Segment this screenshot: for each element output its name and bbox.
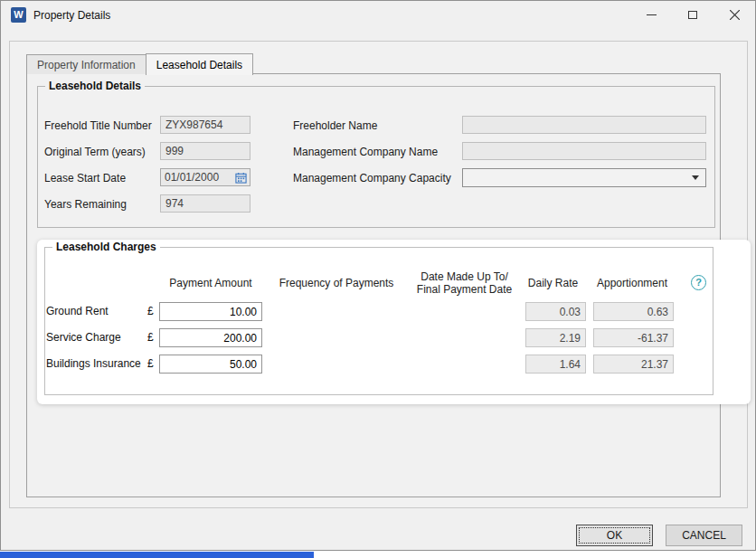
column-header-date-line2: Final Payment Date	[403, 283, 525, 296]
cancel-button[interactable]: CANCEL	[666, 525, 742, 546]
app-icon-letter: W	[14, 9, 23, 20]
ground-rent-daily-rate	[525, 302, 586, 321]
column-header-apportionment: Apportionment	[591, 277, 674, 289]
freeholder-name-label: Freeholder Name	[293, 119, 377, 132]
management-company-name-label: Management Company Name	[293, 146, 438, 158]
service-charge-amount-input[interactable]	[159, 328, 262, 347]
tab-strip: Property Information Leasehold Details	[26, 52, 252, 74]
original-term-input[interactable]	[160, 142, 250, 160]
column-header-daily-rate: Daily Rate	[523, 277, 583, 289]
service-charge-apportionment	[593, 328, 674, 347]
service-charge-daily-rate	[525, 328, 586, 347]
minimize-icon	[647, 14, 657, 15]
lease-start-calendar-icon[interactable]	[235, 172, 247, 184]
original-term-label: Original Term (years)	[44, 146, 146, 158]
buildings-insurance-apportionment	[593, 355, 674, 374]
row-label-service-charge: Service Charge	[46, 328, 121, 347]
leasehold-charges-group-title: Leasehold Charges	[52, 241, 160, 253]
lease-start-date-field[interactable]	[160, 168, 250, 186]
buildings-insurance-amount-input[interactable]	[159, 355, 262, 374]
chevron-down-icon	[692, 175, 699, 180]
title-bar[interactable]: W Property Details	[1, 1, 755, 30]
column-header-date: Date Made Up To/ Final Payment Date	[403, 270, 525, 296]
management-company-capacity-select[interactable]	[462, 168, 706, 187]
lease-start-date-label: Lease Start Date	[44, 172, 126, 184]
row-label-ground-rent: Ground Rent	[46, 302, 109, 321]
freehold-title-number-input[interactable]	[160, 116, 250, 134]
management-company-name-input[interactable]	[462, 142, 706, 160]
years-remaining-input[interactable]	[160, 194, 250, 213]
property-details-window: W Property Details Property Information …	[0, 0, 756, 551]
leasehold-details-group-title: Leasehold Details	[45, 80, 145, 92]
ok-button[interactable]: OK	[576, 525, 653, 546]
lease-start-date-input[interactable]	[161, 169, 235, 185]
currency-symbol: £	[147, 302, 154, 321]
currency-symbol: £	[147, 328, 154, 347]
tab-leasehold-details[interactable]: Leasehold Details	[146, 53, 253, 75]
ground-rent-apportionment	[593, 302, 674, 321]
minimize-button[interactable]	[630, 1, 672, 29]
column-header-date-line1: Date Made Up To/	[403, 270, 525, 283]
row-label-buildings-insurance: Buildings Insurance	[46, 355, 141, 374]
column-header-payment-amount: Payment Amount	[159, 277, 262, 289]
maximize-icon	[688, 11, 697, 19]
years-remaining-label: Years Remaining	[44, 198, 127, 211]
currency-symbol: £	[147, 355, 154, 374]
app-icon: W	[11, 7, 26, 23]
freehold-title-number-label: Freehold Title Number	[44, 119, 152, 132]
freeholder-name-input[interactable]	[462, 116, 706, 134]
help-icon[interactable]: ?	[691, 275, 706, 290]
ground-rent-amount-input[interactable]	[159, 302, 262, 321]
bottom-blue-strip	[0, 552, 314, 558]
buildings-insurance-daily-rate	[525, 355, 586, 374]
maximize-button[interactable]	[672, 1, 713, 29]
column-header-frequency: Frequency of Payments	[272, 277, 401, 289]
tab-property-information[interactable]: Property Information	[26, 54, 146, 74]
close-button[interactable]	[713, 1, 755, 29]
management-company-capacity-label: Management Company Capacity	[293, 172, 451, 184]
close-icon	[730, 10, 740, 20]
window-title: Property Details	[33, 9, 110, 22]
